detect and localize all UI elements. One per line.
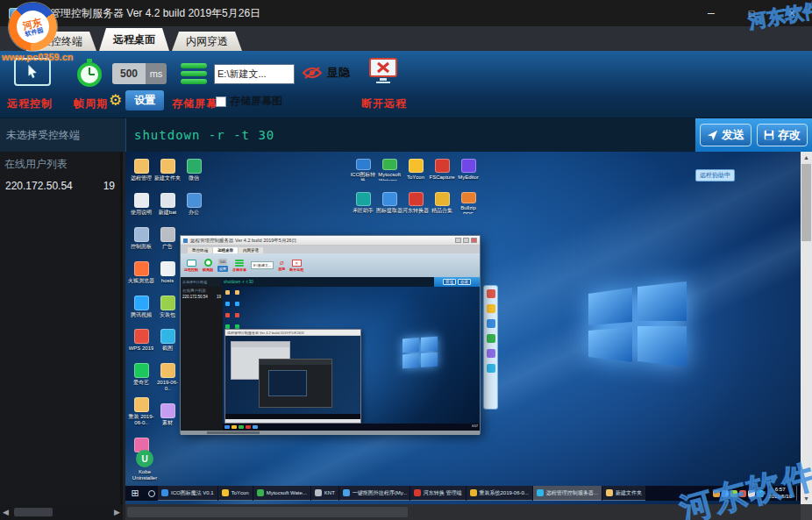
desktop-icon[interactable]: 素材 bbox=[154, 403, 181, 426]
desktop-icon[interactable]: 新建文件夹 bbox=[154, 159, 181, 182]
nested-app-window-screenshot[interactable]: 远程管理控制服务器 Ver 4.2 build 2019年5月26日 受控终端远… bbox=[180, 235, 481, 434]
desktop-icon[interactable]: MyEditor bbox=[455, 159, 481, 181]
scrollbar-thumb[interactable] bbox=[127, 507, 408, 517]
desktop-icon[interactable]: FSCapture bbox=[429, 159, 455, 181]
taskbar-item[interactable]: 一键抠图外挂程序(My... bbox=[339, 486, 410, 501]
close-button[interactable]: ✕ bbox=[772, 0, 812, 26]
desktop-icon[interactable]: 新建bat bbox=[154, 193, 181, 216]
period-value[interactable]: 500 bbox=[112, 63, 146, 84]
period-input[interactable]: 500 ms bbox=[112, 63, 167, 84]
send-button[interactable]: 发送 bbox=[700, 124, 751, 146]
minimize-button[interactable]: ─ bbox=[691, 0, 731, 26]
taskbar-item[interactable]: 新建文件夹 bbox=[602, 486, 645, 501]
tab-strip: 受控终端远程桌面内网穿透 bbox=[0, 26, 812, 51]
start-button[interactable]: ⊞ bbox=[125, 486, 145, 501]
gadget-icon[interactable] bbox=[487, 349, 495, 358]
gadget-icon[interactable] bbox=[487, 364, 495, 373]
desktop-icon[interactable]: 爱奇艺 bbox=[128, 363, 154, 386]
desktop-icon[interactable]: 控制面板 bbox=[128, 227, 154, 250]
search-icon[interactable] bbox=[145, 490, 158, 497]
desktop-icon[interactable]: U Kobe Uninstaller bbox=[129, 450, 160, 481]
desktop-icon[interactable]: 安装包 bbox=[154, 296, 181, 318]
scroll-down-arrow[interactable]: ▼ bbox=[801, 493, 812, 504]
paper-plane-icon bbox=[707, 130, 718, 141]
user-row[interactable]: 220.172.50.54 19 bbox=[0, 177, 120, 195]
desktop-icon[interactable]: 火狐浏览器 bbox=[128, 261, 154, 284]
taskbar-item[interactable]: ICO图标魔法 V0.1 bbox=[158, 486, 217, 501]
save-label: 存改 bbox=[778, 127, 801, 143]
vertical-scrollbar[interactable]: ▲ ▼ bbox=[801, 152, 812, 504]
store-screen-button[interactable] bbox=[181, 61, 207, 87]
settings-button[interactable]: ⚙ 设置 bbox=[109, 90, 164, 110]
desktop-icon[interactable]: 远程管理 bbox=[128, 159, 154, 182]
tray-icon[interactable] bbox=[757, 490, 764, 497]
tray-icon[interactable] bbox=[722, 490, 729, 497]
desktop-gadget-strip[interactable] bbox=[483, 285, 498, 410]
taskbar-item[interactable]: 重装系统2019-06-0... bbox=[467, 486, 532, 501]
maximize-button[interactable]: □ bbox=[731, 0, 772, 26]
desktop-icon[interactable]: hosts bbox=[154, 261, 181, 284]
scroll-left-arrow[interactable]: ◀ bbox=[3, 508, 9, 516]
save-path-input[interactable]: E:\新建文... bbox=[214, 64, 295, 84]
save-button[interactable]: 存改 bbox=[757, 124, 808, 146]
taskbar-clock[interactable]: 6:57 2019/6/10 bbox=[768, 487, 792, 499]
command-input[interactable]: shutdown -r -t 30 bbox=[125, 118, 695, 152]
desktop-icon[interactable]: ICO图标转换 bbox=[350, 159, 376, 181]
desktop-icon[interactable]: 广告 bbox=[154, 227, 181, 250]
scroll-right-arrow[interactable]: ▶ bbox=[114, 508, 120, 516]
tray-icon[interactable] bbox=[748, 490, 755, 497]
scroll-up-arrow[interactable]: ▲ bbox=[801, 152, 812, 163]
mini-toolbar: 远程控制 帧周期 500设置 存储屏幕 E:\新建文... Ø显隐 ✕断开远程 bbox=[181, 253, 480, 277]
scrollbar-thumb[interactable] bbox=[801, 164, 811, 241]
app-icon bbox=[356, 192, 371, 206]
app-window: 远程管理控制服务器 Ver 4.2 build 2019年5月26日 ─ □ ✕… bbox=[0, 0, 812, 520]
remote-desktop-view[interactable]: 远程管理使用说明控制面板火狐浏览器腾讯视频WPS 2019爱奇艺重装 2019-… bbox=[125, 152, 801, 504]
show-hide-button[interactable]: 显隐 bbox=[302, 65, 350, 81]
gadget-icon[interactable] bbox=[487, 304, 495, 313]
gadget-icon[interactable] bbox=[487, 289, 495, 298]
gadget-icon[interactable] bbox=[487, 334, 495, 343]
desktop-icon[interactable]: 截图 bbox=[154, 329, 181, 352]
tray-icon[interactable] bbox=[739, 490, 746, 497]
taskbar-item[interactable]: ToYcon bbox=[218, 486, 253, 501]
show-desktop-button[interactable] bbox=[796, 486, 799, 501]
app-icon bbox=[435, 192, 450, 206]
desktop-icon[interactable]: 禾匠助手 bbox=[350, 192, 376, 214]
taskbar-item[interactable]: KNT bbox=[311, 486, 338, 501]
taskbar-item[interactable]: Mytocsoft Wate... bbox=[253, 486, 310, 501]
clock-icon[interactable] bbox=[75, 58, 103, 88]
desktop-icon[interactable]: WPS 2019 bbox=[128, 329, 154, 352]
desktop-icon[interactable]: 办公 bbox=[181, 193, 207, 216]
desktop-icon[interactable]: 微信 bbox=[181, 159, 207, 182]
taskbar-item[interactable]: 远程管理控制服务器... bbox=[533, 486, 602, 501]
tray-icon[interactable] bbox=[713, 490, 720, 497]
uninstaller-icon: U bbox=[136, 450, 153, 467]
desktop-icon[interactable]: 重装 2019-06-0.. bbox=[128, 397, 154, 426]
desktop-horizontal-scrollbar[interactable] bbox=[125, 504, 801, 520]
remote-taskbar[interactable]: ⊞ ICO图标魔法 V0.1 ToYcon Mytocsoft Wate... bbox=[125, 486, 801, 501]
scrollbar-thumb[interactable] bbox=[14, 508, 53, 516]
taskbar-item[interactable]: 河东转换 管理端 bbox=[410, 486, 466, 501]
desktop-icon[interactable]: 图标提取器 bbox=[376, 192, 402, 214]
tab[interactable]: 远程桌面 bbox=[99, 28, 169, 51]
mini-scrollbar bbox=[181, 431, 480, 435]
app-icon bbox=[160, 329, 175, 344]
checkbox-icon[interactable] bbox=[216, 96, 226, 107]
desktop-icon[interactable]: 腾讯视频 bbox=[128, 296, 154, 318]
icon-label: Mytocsoft Waterm.. bbox=[376, 172, 402, 181]
disconnect-monitor-icon[interactable] bbox=[368, 57, 398, 85]
desktop-icon[interactable]: 2019-06-0.. bbox=[154, 363, 181, 392]
icon-label: 禾匠助手 bbox=[353, 208, 374, 214]
gadget-icon[interactable] bbox=[487, 319, 495, 328]
tab[interactable]: 内网穿透 bbox=[172, 32, 242, 51]
desktop-icon[interactable]: 精品合集 bbox=[429, 192, 455, 214]
desktop-icon[interactable]: Bullzip PDF bbox=[455, 192, 481, 214]
desktop-icon[interactable]: ToYcon bbox=[402, 159, 429, 181]
store-screenshot-checkbox[interactable]: 存储屏幕图 bbox=[216, 94, 282, 109]
tray-icon[interactable] bbox=[730, 490, 737, 497]
desktop-icon[interactable]: 使用说明 bbox=[128, 193, 154, 216]
gear-icon: ⚙ bbox=[109, 93, 122, 108]
user-ip: 220.172.50.54 bbox=[5, 180, 73, 192]
desktop-icon[interactable]: 河东转换器 bbox=[402, 192, 429, 214]
desktop-icon[interactable]: Mytocsoft Waterm.. bbox=[376, 159, 402, 181]
